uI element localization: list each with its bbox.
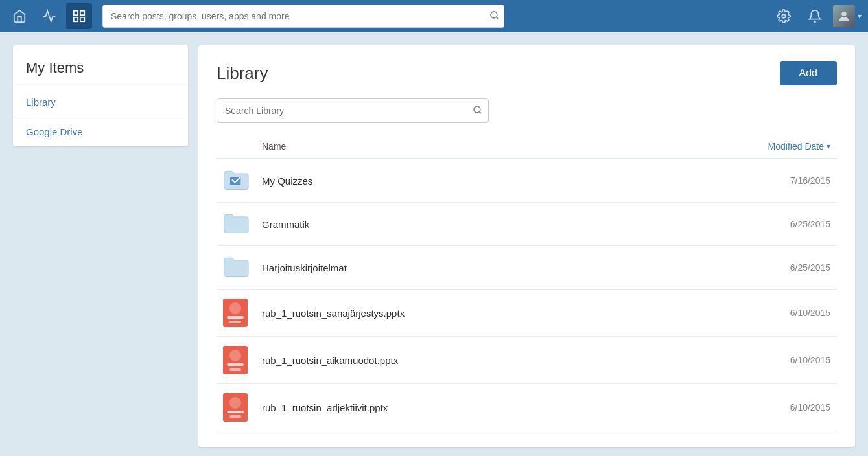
row-date: 6/10/2015 xyxy=(647,337,837,384)
row-icon xyxy=(217,384,255,431)
row-icon xyxy=(217,203,255,246)
table-row[interactable]: My Quizzes 7/16/2015 xyxy=(217,159,837,203)
content-header: Library Add xyxy=(217,61,837,86)
add-button[interactable]: Add xyxy=(780,61,837,86)
bell-icon[interactable] xyxy=(802,3,828,29)
svg-rect-2 xyxy=(74,17,78,21)
library-content: Library Add Name Modified Date ▾ xyxy=(198,45,855,447)
sidebar: My Items Library Google Drive xyxy=(13,45,188,146)
sidebar-item-library[interactable]: Library xyxy=(13,87,188,117)
library-table: Name Modified Date ▾ My Quizzes 7/16/201 xyxy=(217,136,837,431)
svg-rect-1 xyxy=(80,11,84,15)
svg-rect-3 xyxy=(80,17,84,21)
table-row[interactable]: Harjoituskirjoitelmat 6/25/2015 xyxy=(217,246,837,290)
row-name: rub_1_ruotsin_aikamuodot.pptx xyxy=(255,337,647,384)
svg-point-6 xyxy=(782,14,786,18)
row-name: Harjoituskirjoitelmat xyxy=(255,246,647,290)
table-row[interactable]: rub_1_ruotsin_sanajärjestys.pptx 6/10/20… xyxy=(217,290,837,337)
avatar xyxy=(833,5,855,27)
col-icon-header xyxy=(217,136,255,159)
row-icon xyxy=(217,337,255,384)
row-icon xyxy=(217,159,255,203)
table-row[interactable]: Grammatik 6/25/2015 xyxy=(217,203,837,246)
activity-icon[interactable] xyxy=(36,3,62,29)
table-row[interactable]: rub_1_ruotsin_adjektiivit.pptx 6/10/2015 xyxy=(217,384,837,431)
sidebar-item-google-drive[interactable]: Google Drive xyxy=(13,117,188,146)
library-search-button[interactable] xyxy=(473,105,482,117)
row-name: rub_1_ruotsin_sanajärjestys.pptx xyxy=(255,290,647,337)
library-title: Library xyxy=(217,63,268,84)
library-search-wrap xyxy=(217,98,489,123)
row-date: 6/25/2015 xyxy=(647,203,837,246)
row-date: 7/16/2015 xyxy=(647,159,837,203)
svg-rect-0 xyxy=(74,11,78,15)
row-date: 6/10/2015 xyxy=(647,290,837,337)
row-name: rub_1_ruotsin_adjektiivit.pptx xyxy=(255,384,647,431)
global-search-wrap xyxy=(102,5,504,28)
global-search-input[interactable] xyxy=(102,5,504,28)
avatar-wrap[interactable]: ▾ xyxy=(833,5,862,27)
avatar-chevron-icon: ▾ xyxy=(858,12,862,21)
row-name: Grammatik xyxy=(255,203,647,246)
row-icon xyxy=(217,290,255,337)
svg-point-7 xyxy=(841,12,846,16)
topnav-right: ▾ xyxy=(771,3,862,29)
sidebar-title: My Items xyxy=(13,45,188,87)
library-search-input[interactable] xyxy=(217,98,489,123)
library-icon[interactable] xyxy=(66,3,92,29)
top-navigation: ▾ xyxy=(0,0,868,32)
row-date: 6/10/2015 xyxy=(647,384,837,431)
home-icon[interactable] xyxy=(6,3,32,29)
settings-icon[interactable] xyxy=(771,3,797,29)
main-layout: My Items Library Google Drive Library Ad… xyxy=(0,32,868,456)
row-name: My Quizzes xyxy=(255,159,647,203)
svg-point-8 xyxy=(474,106,480,113)
row-date: 6/25/2015 xyxy=(647,246,837,290)
col-modified-header[interactable]: Modified Date ▾ xyxy=(647,136,837,159)
global-search-button[interactable] xyxy=(489,10,499,22)
sort-icon: ▾ xyxy=(827,142,830,151)
svg-line-5 xyxy=(496,17,498,19)
col-name-header: Name xyxy=(255,136,647,159)
svg-point-4 xyxy=(491,12,497,18)
row-icon xyxy=(217,246,255,290)
table-row[interactable]: rub_1_ruotsin_aikamuodot.pptx 6/10/2015 xyxy=(217,337,837,384)
svg-line-9 xyxy=(479,111,481,113)
